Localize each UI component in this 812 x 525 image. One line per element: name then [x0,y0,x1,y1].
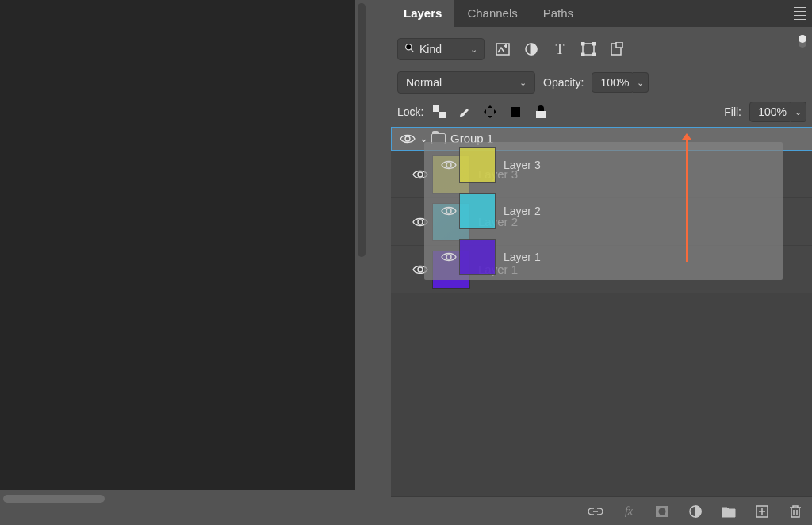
visibility-eye-icon[interactable] [408,169,432,180]
svg-rect-11 [616,42,622,48]
svg-point-30 [418,267,423,272]
layer-thumbnail[interactable] [432,155,470,194]
opacity-field[interactable]: 100% [592,72,634,93]
svg-rect-17 [511,107,520,117]
lock-move-icon[interactable] [482,104,498,120]
search-icon [404,43,415,56]
lock-all-icon[interactable] [533,104,549,120]
svg-point-0 [406,44,412,50]
layer-row[interactable]: Layer 3 [391,151,812,198]
layers-panel: Layers Channels Paths Kind ⌄ [370,0,812,525]
opacity-label: Opacity: [543,76,584,89]
filter-pixel-icon[interactable] [496,42,510,56]
visibility-eye-icon[interactable] [408,264,432,275]
disclosure-open-icon[interactable]: ⌄ [419,132,431,144]
link-layers-icon[interactable] [588,504,603,519]
group-name[interactable]: Group 1 [450,132,493,145]
canvas-horizontal-scrollbar[interactable] [0,490,370,504]
layer-thumbnail[interactable] [432,203,470,241]
fill-label: Fill: [724,105,741,118]
lock-label: Lock: [397,105,423,118]
chevron-down-icon: ⌄ [470,44,477,55]
tab-channels[interactable]: Channels [454,0,530,27]
delete-layer-icon[interactable] [787,504,803,519]
svg-line-1 [411,49,413,52]
horizontal-scrollbar-thumb[interactable] [3,495,105,503]
lock-artboard-icon[interactable] [508,104,523,120]
filter-adjustment-icon[interactable] [524,42,538,56]
canvas-area [0,0,370,525]
fill-stepper[interactable]: ⌄ [791,102,806,122]
svg-rect-13 [433,105,439,112]
canvas-vertical-scrollbar[interactable] [355,0,370,490]
filter-shape-icon[interactable] [581,42,596,56]
layer-name-label[interactable]: Layer 3 [478,167,518,181]
fill-field[interactable]: 100% [749,102,792,122]
svg-rect-26 [536,111,546,118]
layer-name-label[interactable]: Layer 1 [478,262,518,276]
opacity-value: 100% [601,76,630,89]
adjustment-layer-icon[interactable] [688,504,703,519]
document-canvas[interactable] [0,0,355,490]
blend-row: Normal ⌄ Opacity: 100% ⌄ [391,68,812,100]
panel-bottom-toolbar: fx [391,496,812,525]
layer-name-label[interactable]: Layer 2 [478,215,518,228]
filter-type-icon[interactable]: T [553,42,567,56]
filter-toggle-switch[interactable] [799,39,806,60]
visibility-eye-icon[interactable] [408,217,432,228]
layer-style-icon[interactable]: fx [621,504,637,519]
new-layer-icon[interactable] [754,504,770,519]
layer-group-row[interactable]: ⌄ Group 1 [391,127,812,151]
vertical-scrollbar-thumb[interactable] [358,3,366,257]
new-group-icon[interactable] [721,504,737,519]
svg-rect-7 [592,42,596,45]
blend-mode-value: Normal [406,76,442,89]
layer-thumbnail[interactable] [432,251,470,289]
layer-list: ⌄ Group 1 Layer 3 [391,127,812,293]
tab-layers[interactable]: Layers [391,0,454,27]
layer-row[interactable]: Layer 2 [391,198,812,246]
folder-icon [431,133,446,144]
lock-brush-icon[interactable] [457,104,473,120]
chevron-down-icon: ⌄ [519,78,527,88]
layer-mask-icon[interactable] [654,504,670,519]
svg-point-3 [505,45,508,48]
svg-point-28 [418,172,423,177]
svg-rect-6 [581,42,584,45]
svg-point-27 [405,136,410,141]
svg-rect-14 [439,112,446,118]
layer-row[interactable]: Layer 1 [391,246,812,293]
svg-point-29 [418,220,423,224]
filter-smartobject-icon[interactable] [610,42,624,56]
lock-row: Lock: Fill: [391,100,812,130]
layer-filter-row: Kind ⌄ T [391,27,812,68]
opacity-stepper[interactable]: ⌄ [633,72,649,93]
svg-rect-9 [592,53,596,56]
svg-rect-8 [581,53,584,56]
fill-value: 100% [758,105,787,118]
tab-paths[interactable]: Paths [530,0,586,27]
filter-kind-label: Kind [419,43,442,56]
svg-point-35 [659,508,666,515]
chevron-down-icon: ⌄ [637,78,644,88]
panel-menu-icon[interactable] [794,0,812,27]
blend-mode-dropdown[interactable]: Normal ⌄ [397,71,535,94]
chevron-down-icon: ⌄ [795,107,802,117]
filter-kind-dropdown[interactable]: Kind ⌄ [397,38,485,60]
lock-transparency-icon[interactable] [431,104,447,120]
panel-tabs: Layers Channels Paths [391,0,812,27]
visibility-eye-icon[interactable] [396,133,419,144]
canvas-bottom-bar [0,504,370,525]
